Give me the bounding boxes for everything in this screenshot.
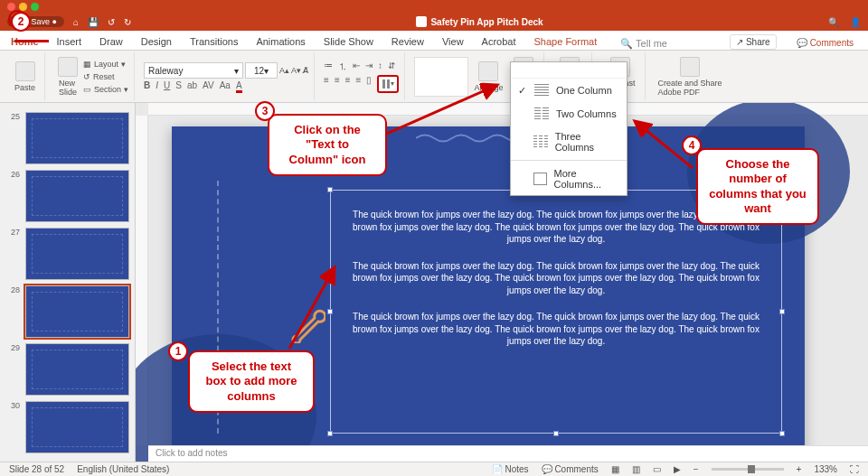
reset-button[interactable]: ↺ Reset xyxy=(83,72,128,81)
user-badge-icon[interactable]: 👤 xyxy=(850,17,861,27)
resize-handle[interactable] xyxy=(327,187,333,192)
font-color-button[interactable]: A xyxy=(236,80,242,90)
justify-button[interactable]: ≡ xyxy=(356,75,362,93)
align-left-button[interactable]: ≡ xyxy=(324,75,329,93)
maximize-window-dot[interactable] xyxy=(31,3,39,11)
view-normal-button[interactable]: ▦ xyxy=(611,464,619,474)
resize-handle[interactable] xyxy=(327,431,333,436)
search-icon[interactable]: 🔍 xyxy=(828,17,839,27)
thumbnail-number: 25 xyxy=(5,112,20,164)
text-direction-button[interactable]: ⇵ xyxy=(388,61,395,73)
grow-font-button[interactable]: A▴ xyxy=(279,66,289,75)
numbering-button[interactable]: ⒈ xyxy=(338,61,347,73)
fit-to-window-button[interactable]: ⛶ xyxy=(850,464,859,474)
zoom-slider[interactable] xyxy=(712,468,784,471)
layout-button[interactable]: ▦ Layout ▾ xyxy=(83,60,128,69)
comments-button[interactable]: 💬 Comments xyxy=(791,36,859,50)
thumbnail-slide[interactable]: 28 xyxy=(5,285,129,338)
tab-slideshow[interactable]: Slide Show xyxy=(322,33,375,50)
italic-button[interactable]: I xyxy=(156,80,158,90)
align-right-button[interactable]: ≡ xyxy=(345,75,351,93)
zoom-in-button[interactable]: + xyxy=(797,464,802,474)
tab-animations[interactable]: Animations xyxy=(254,33,307,50)
tab-shape-format[interactable]: Shape Format xyxy=(533,33,599,50)
align-vertical-button[interactable]: ▯ xyxy=(366,75,372,93)
svg-line-2 xyxy=(289,267,335,349)
columns-option-three[interactable]: Three Columns xyxy=(511,126,627,158)
indent-dec-button[interactable]: ⇤ xyxy=(353,61,360,73)
redo-icon[interactable]: ↻ xyxy=(124,17,131,27)
zoom-out-button[interactable]: − xyxy=(693,464,699,474)
highlight-button[interactable]: Aa xyxy=(220,80,231,90)
comments-toggle[interactable]: 💬 Comments xyxy=(542,464,599,474)
home-icon[interactable]: ⌂ xyxy=(73,17,79,27)
adobe-pdf-button[interactable]: Create and Share Adobe PDF xyxy=(655,55,726,98)
columns-option-more[interactable]: More Columns... xyxy=(511,163,627,195)
undo-icon[interactable]: ↺ xyxy=(108,17,115,27)
thumbnail-slide[interactable]: 30 xyxy=(5,401,129,453)
close-window-dot[interactable] xyxy=(7,3,15,11)
font-size-select[interactable]: 12 ▾ xyxy=(245,62,278,79)
titlebar: AutoSave ● ⌂ 💾 ↺ ↻ Safety Pin App Pitch … xyxy=(0,13,868,31)
adobe-label: Create and Share Adobe PDF xyxy=(658,79,722,97)
bullets-button[interactable]: ≔ xyxy=(324,61,333,73)
tab-draw[interactable]: Draw xyxy=(98,33,125,50)
new-slide-button[interactable]: New Slide xyxy=(54,55,81,98)
underline-button[interactable]: U xyxy=(164,80,170,90)
resize-handle[interactable] xyxy=(779,309,785,314)
line-spacing-button[interactable]: ↕ xyxy=(378,61,382,73)
thumbnail-preview xyxy=(25,112,129,164)
save-icon[interactable]: 💾 xyxy=(88,17,99,27)
font-size-value: 12 xyxy=(254,66,264,76)
document-title: Safety Pin App Pitch Deck xyxy=(430,17,542,27)
view-sorter-button[interactable]: ▥ xyxy=(632,464,640,474)
share-label: Share xyxy=(746,37,770,47)
shrink-font-button[interactable]: A▾ xyxy=(291,66,301,75)
layout-label: Layout xyxy=(94,60,118,69)
columns-option-one[interactable]: ✓ One Column xyxy=(511,79,627,102)
indent-inc-button[interactable]: ⇥ xyxy=(365,61,373,73)
thumbnail-slide[interactable]: 27 xyxy=(5,228,129,280)
tab-acrobat[interactable]: Acrobat xyxy=(480,33,518,50)
section-button[interactable]: ▭ Section ▾ xyxy=(83,85,128,94)
thumbnail-slide[interactable]: 26 xyxy=(5,170,129,222)
notes-pane[interactable]: Click to add notes xyxy=(148,445,868,462)
language-status[interactable]: English (United States) xyxy=(77,464,169,474)
view-reading-button[interactable]: ▭ xyxy=(653,464,661,474)
thumbnail-number: 26 xyxy=(5,170,20,222)
thumbnail-slide[interactable]: 29 xyxy=(5,343,129,396)
tell-me-search[interactable]: 🔍 Tell me xyxy=(620,38,667,50)
tab-review[interactable]: Review xyxy=(390,33,426,50)
paste-label: Paste xyxy=(14,83,35,92)
clear-format-button[interactable]: A̸ xyxy=(303,66,308,75)
strike-button[interactable]: S xyxy=(175,80,182,90)
spacing-button[interactable]: AV xyxy=(203,80,214,90)
resize-handle[interactable] xyxy=(779,431,785,436)
slide-thumbnails-panel[interactable]: 252627282930 xyxy=(0,103,136,462)
thumbnail-preview xyxy=(25,343,129,396)
paste-button[interactable]: Paste xyxy=(11,60,39,94)
share-button[interactable]: ↗ Share xyxy=(730,34,777,50)
tab-insert[interactable]: Insert xyxy=(55,33,84,50)
zoom-level[interactable]: 133% xyxy=(814,464,837,474)
font-name-select[interactable]: Raleway▾ xyxy=(144,62,243,79)
columns-option-two-label: Two Columns xyxy=(556,108,617,119)
tell-me-label: Tell me xyxy=(636,38,667,49)
minimize-window-dot[interactable] xyxy=(19,3,27,11)
thumbnail-slide[interactable]: 25 xyxy=(5,112,129,164)
align-center-button[interactable]: ≡ xyxy=(335,75,340,93)
bold-button[interactable]: B xyxy=(144,80,150,90)
tab-design[interactable]: Design xyxy=(139,33,174,50)
resize-handle[interactable] xyxy=(553,431,559,436)
view-slideshow-button[interactable]: ▶ xyxy=(674,464,681,474)
thumbnail-number: 29 xyxy=(5,343,20,396)
new-slide-label: New Slide xyxy=(59,79,77,97)
tab-transitions[interactable]: Transitions xyxy=(188,33,240,50)
comments-label: Comments xyxy=(810,38,854,48)
notes-toggle[interactable]: 📄 Notes xyxy=(492,464,529,474)
ribbon-tabs: Home Insert Draw Design Transitions Anim… xyxy=(0,31,868,51)
shadow-button[interactable]: ab xyxy=(187,80,197,90)
columns-option-two[interactable]: Two Columns xyxy=(511,102,627,126)
selected-textbox[interactable]: The quick brown fox jumps over the lazy … xyxy=(330,190,782,434)
tab-view[interactable]: View xyxy=(440,33,466,50)
